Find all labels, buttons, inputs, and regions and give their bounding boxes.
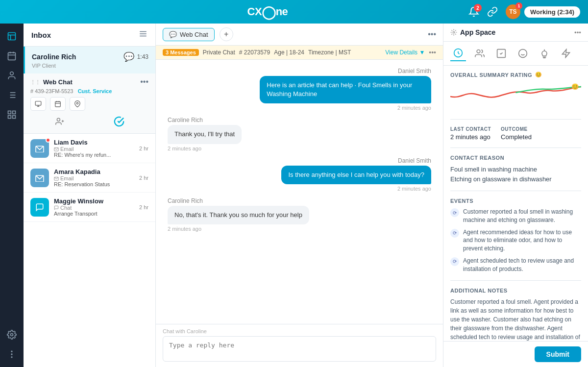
contact-subject: RE: Where's my refun... [54,152,134,158]
tab-bulb[interactable] [537,46,552,61]
svg-point-38 [453,31,455,33]
events-title: EVENTS [450,198,581,204]
notifications-button[interactable]: 2 [468,6,479,17]
sidebar-inbox-icon[interactable] [3,27,21,45]
contact-type: Email [54,146,134,152]
link-button[interactable] [487,6,498,17]
chat-more-button[interactable]: ••• [428,30,436,39]
svg-point-42 [519,49,527,58]
additional-notes-section: ADDITIONAL NOTES Customer reported a fou… [450,288,581,341]
sidebar-more-icon[interactable] [3,345,21,363]
event-item: ⟳ Agent scheduled tech to review usage a… [450,257,581,273]
sidebar-list-icon[interactable] [3,86,21,104]
sidebar-grid-icon[interactable] [3,106,21,123]
location-icon-button[interactable] [70,97,85,111]
status-button[interactable]: Working (2:34) [524,6,580,18]
add-user-button[interactable] [51,114,69,129]
message-time: 2 minutes ago [168,146,201,151]
chat-top-bar: 💬 Web Chat + ••• [156,24,443,46]
svg-rect-14 [13,116,16,119]
unread-indicator [46,138,50,143]
top-nav: CX◯ne 2 TS 1 Working (2:34) [0,0,588,24]
event-text: Customer reported a foul smell in washin… [463,208,581,224]
message-bubble: Is there anything else I can help you wi… [281,166,431,184]
drag-handle[interactable]: ⋮⋮ [30,79,40,85]
message-time: 2 minutes ago [397,186,431,192]
webchat-label: Web Chat [43,78,73,86]
list-item[interactable]: Maggie Winslow Chat Arrange Transport 2 … [24,193,155,222]
contact-info-amara: Amara Kapadia Email RE: Reservation Stat… [54,168,134,187]
tab-emoji[interactable] [515,46,531,61]
svg-point-31 [57,118,60,121]
active-contact-time: 1:43 [137,53,148,60]
inbox-filter-button[interactable] [139,29,147,40]
event-text: Agent scheduled tech to review usage and… [463,257,581,273]
active-contact-label: VIP Client [32,63,148,69]
inbox-panel: Inbox Caroline Rich 💬 1:43 VIP Client ⋮⋮… [24,24,156,367]
last-contact-label: LAST CONTACT [450,126,491,132]
webchat-more-button[interactable]: ••• [140,77,148,86]
contact-avatar-amara [30,169,49,187]
contact-subject: RE: Reservation Status [54,181,134,187]
svg-rect-15 [8,116,11,119]
last-contact-value: 2 minutes ago [450,133,491,141]
sidebar-settings-icon[interactable] [3,326,21,343]
calendar-icon-button[interactable] [50,97,66,111]
contact-reason-section: CONTACT REASON Foul smell in washing mac… [450,155,581,191]
chat-input-label: Chat with Caroline [163,328,436,334]
active-contact-name: Caroline Rich [32,53,76,61]
tab-contacts[interactable] [472,46,488,61]
svg-rect-12 [8,111,11,114]
tab-label: Web Chat [180,31,208,38]
tab-bolt[interactable] [558,46,574,61]
view-details-link[interactable]: View Details ▼ [385,49,425,56]
nav-right: 2 TS 1 Working (2:34) [468,4,580,19]
svg-point-30 [76,102,78,104]
contact-id: # 22073579 [239,49,270,56]
contact-name: Maggie Winslow [54,197,134,205]
svg-rect-0 [8,33,16,40]
screen-icon-button[interactable] [30,97,46,111]
contact-type: Chat [54,205,134,211]
status-label: Working (2:34) [530,8,574,16]
tab-summary[interactable] [450,46,466,61]
appspace-header: App Space ••• [443,24,588,42]
chat-meta-more-button[interactable]: ••• [429,49,436,56]
submit-button[interactable]: Submit [535,346,581,362]
outcome-stat: OUTCOME Completed [501,126,532,141]
event-icon-1: ⟳ [450,208,459,217]
message-bubble: Here is an article that can help · Foul … [260,76,431,103]
private-chat-label: Private Chat [203,49,235,56]
list-item[interactable]: Liam Davis Email RE: Where's my refun...… [24,134,155,163]
last-contact-stat: LAST CONTACT 2 minutes ago [450,126,491,141]
event-text: Agent recommended ideas for how to use a… [463,228,581,253]
tab-profile[interactable] [493,46,509,61]
list-item[interactable]: Amara Kapadia Email RE: Reservation Stat… [24,163,155,193]
add-tab-button[interactable]: + [220,27,233,41]
webchat-tab[interactable]: 💬 Web Chat [163,28,215,41]
message-time: 2 minutes ago [168,226,201,232]
message-group: Daniel Smith Here is an article that can… [168,68,431,111]
webchat-bottom-actions [30,114,148,129]
accept-button[interactable] [110,114,128,129]
sidebar-calendar-icon[interactable] [3,47,21,65]
sidebar-person-icon[interactable] [3,67,21,84]
appspace-more-button[interactable]: ••• [574,29,581,36]
summary-section: OVERALL SUMMARY RATING 😊 😊 [450,72,581,120]
submit-area: Submit [443,341,588,367]
contact-subject: Arrange Transport [54,211,134,217]
webchat-ticket: # 439-23FM-5523 [30,88,73,94]
active-contact[interactable]: Caroline Rich 💬 1:43 VIP Client [24,47,155,73]
appspace-panel: App Space ••• [443,24,588,367]
contact-name: Liam Davis [54,139,134,146]
event-item: ⟳ Agent recommended ideas for how to use… [450,228,581,253]
svg-rect-23 [35,101,41,105]
appspace-tabs [443,42,588,66]
chat-input[interactable] [163,336,436,362]
message-sender: Caroline Rich [168,117,203,123]
message-sender: Caroline Rich [168,197,203,204]
additional-notes-text: Customer reported a foul smell. Agent pr… [450,297,581,341]
contact-list: Liam Davis Email RE: Where's my refun...… [24,134,155,222]
svg-rect-26 [55,101,61,107]
svg-rect-13 [13,111,16,114]
